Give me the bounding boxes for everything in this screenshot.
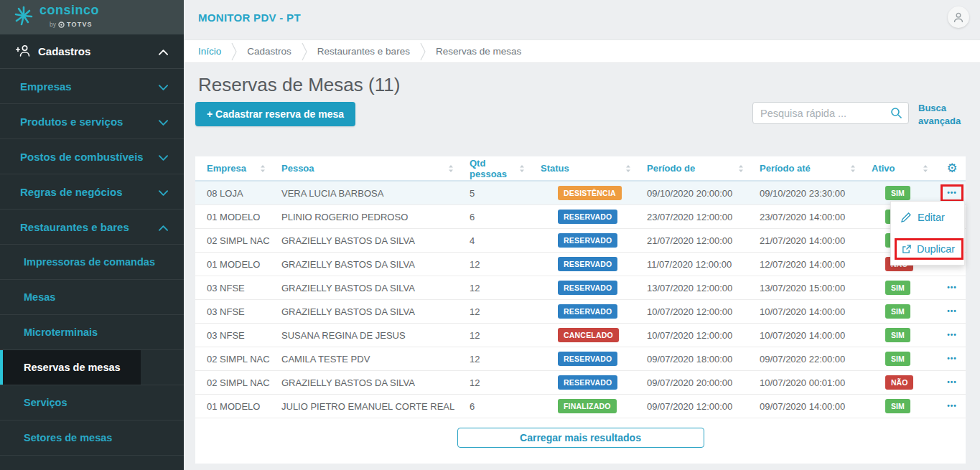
ativo-badge: SIM bbox=[885, 281, 910, 295]
chevron-down-icon bbox=[159, 116, 168, 128]
table-row[interactable]: 01 MODELOPLINIO ROGERIO PEDROSO6RESERVAD… bbox=[195, 205, 966, 229]
sidebar-submenu: Impressoras de comandasMesasMicrotermina… bbox=[0, 245, 184, 456]
cell-pessoa: PLINIO ROGERIO PEDROSO bbox=[276, 212, 464, 222]
sort-arrows-icon[interactable] bbox=[625, 164, 631, 173]
row-actions-ellipsis-icon[interactable]: ••• bbox=[947, 332, 957, 339]
sidebar-subitem-impressoras-de-comandas[interactable]: Impressoras de comandas bbox=[0, 245, 184, 280]
sort-arrows-icon[interactable] bbox=[738, 164, 744, 173]
table-row[interactable]: 08 LOJAVERA LUCIA BARBOSA5DESISTÊNCIA09/… bbox=[195, 182, 966, 205]
cell-periodo-ate: 10/07/2020 00:01:00 bbox=[754, 377, 866, 388]
sidebar-item-postos-de-combustiveis[interactable]: Postos de combustíveis bbox=[0, 139, 184, 174]
status-badge: FINALIZADO bbox=[558, 399, 617, 413]
search-input[interactable] bbox=[752, 102, 909, 124]
breadcrumb-item-restaurantes-e-bares[interactable]: Restaurantes e bares bbox=[317, 46, 410, 57]
sort-arrows-icon[interactable] bbox=[923, 164, 928, 173]
sidebar-subitem-microterminais[interactable]: Microterminais bbox=[0, 315, 184, 350]
sidebar-subitem-label: Microterminais bbox=[24, 326, 98, 338]
cell-periodo-de: 10/07/2020 12:00:00 bbox=[641, 306, 754, 317]
ativo-badge: SIM bbox=[885, 328, 910, 342]
chevron-down-icon bbox=[159, 186, 168, 198]
chevron-up-icon bbox=[159, 221, 168, 233]
cell-status: FINALIZADO bbox=[535, 399, 641, 413]
cell-pessoa: SUSANA REGINA DE JESUS bbox=[276, 330, 464, 341]
column-header-ativo[interactable]: Ativo bbox=[866, 163, 938, 174]
sort-arrows-icon[interactable] bbox=[519, 164, 525, 173]
user-menu-button[interactable] bbox=[948, 6, 969, 28]
sort-arrows-icon[interactable] bbox=[850, 164, 856, 173]
gear-icon[interactable]: ⚙ bbox=[938, 161, 966, 176]
sidebar-item-cadastros[interactable]: Cadastros bbox=[0, 34, 184, 69]
cell-empresa: 08 LOJA bbox=[195, 188, 276, 199]
cell-pessoa: JULIO PIETRO EMANUEL CORTE REAL bbox=[276, 401, 464, 412]
table-row[interactable]: 02 SIMPL NACCAMILA TESTE PDV12RESERVADO0… bbox=[195, 347, 966, 371]
cell-actions: ••• bbox=[938, 332, 966, 339]
page-content: Reservas de Mesas (11) + Cadastrar reser… bbox=[184, 63, 980, 464]
chevron-down-icon bbox=[159, 80, 168, 93]
cell-status: RESERVADO bbox=[535, 233, 641, 248]
column-header-periodo-ate[interactable]: Período até bbox=[754, 163, 866, 174]
column-header-empresa[interactable]: Empresa bbox=[195, 163, 276, 174]
cell-status: CANCELADO bbox=[535, 328, 641, 342]
cell-status: RESERVADO bbox=[535, 352, 641, 366]
load-more-button[interactable]: Carregar mais resultados bbox=[457, 428, 704, 448]
breadcrumb-item-cadastros[interactable]: Cadastros bbox=[247, 46, 291, 57]
table-row[interactable]: 01 MODELOGRAZIELLY BASTOS DA SILVA12RESE… bbox=[195, 253, 966, 276]
menu-item-duplicar[interactable]: Duplicar bbox=[891, 235, 964, 263]
cell-qtd-pessoas: 12 bbox=[464, 306, 535, 317]
cell-pessoa: GRAZIELLY BASTOS DA SILVA bbox=[276, 283, 464, 293]
add-reservation-button[interactable]: + Cadastrar reserva de mesa bbox=[195, 102, 355, 126]
sidebar-item-produtos-e-servicos[interactable]: Produtos e serviços bbox=[0, 104, 184, 139]
table-row[interactable]: 03 NFSEGRAZIELLY BASTOS DA SILVA12RESERV… bbox=[195, 276, 966, 300]
sidebar-subitem-servicos[interactable]: Serviços bbox=[0, 385, 184, 420]
ativo-badge: SIM bbox=[885, 186, 910, 200]
column-header-periodo-de[interactable]: Período de bbox=[641, 163, 754, 174]
search-icon[interactable] bbox=[890, 107, 902, 122]
status-badge: RESERVADO bbox=[558, 210, 617, 224]
column-header-pessoa[interactable]: Pessoa bbox=[276, 163, 464, 174]
table-row[interactable]: 02 SIMPL NACGRAZIELLY BASTOS DA SILVA4RE… bbox=[195, 229, 966, 253]
sidebar-subitem-reservas-de-mesas[interactable]: Reservas de mesas bbox=[0, 350, 184, 385]
cell-actions: ••• bbox=[938, 284, 966, 291]
user-icon bbox=[953, 12, 963, 23]
row-actions-ellipsis-icon[interactable]: ••• bbox=[947, 379, 957, 386]
status-badge: RESERVADO bbox=[558, 257, 617, 271]
breadcrumb-item-inicio[interactable]: Início bbox=[198, 46, 221, 57]
cell-empresa: 02 SIMPL NAC bbox=[195, 354, 276, 365]
sort-arrows-icon[interactable] bbox=[260, 164, 266, 173]
ativo-badge: SIM bbox=[885, 399, 910, 413]
status-badge: CANCELADO bbox=[558, 328, 619, 342]
table-row[interactable]: 03 NFSEGRAZIELLY BASTOS DA SILVA12RESERV… bbox=[195, 300, 966, 324]
table-row[interactable]: 01 MODELOJULIO PIETRO EMANUEL CORTE REAL… bbox=[195, 395, 966, 418]
cell-pessoa: GRAZIELLY BASTOS DA SILVA bbox=[276, 306, 464, 317]
sidebar-subitem-setores-de-mesas[interactable]: Setores de mesas bbox=[0, 420, 184, 456]
sidebar-item-label: Produtos e serviços bbox=[20, 116, 123, 128]
sidebar-item-regras-de-negocios[interactable]: Regras de negócios bbox=[0, 174, 184, 210]
cell-periodo-ate: 09/10/2020 23:30:00 bbox=[754, 188, 866, 199]
column-header-qtd-pessoas[interactable]: Qtd pessoas bbox=[464, 158, 535, 179]
topbar: MONITOR PDV - PT bbox=[184, 0, 980, 34]
row-actions-ellipsis-icon[interactable]: ••• bbox=[947, 308, 957, 315]
sidebar-subitem-label: Setores de mesas bbox=[24, 432, 112, 443]
cell-periodo-de: 21/07/2020 12:00:00 bbox=[641, 235, 754, 246]
sidebar-item-empresas[interactable]: Empresas bbox=[0, 69, 184, 104]
cell-empresa: 03 NFSE bbox=[195, 283, 276, 293]
sort-arrows-icon[interactable] bbox=[448, 164, 454, 173]
row-actions-ellipsis-icon[interactable]: ••• bbox=[947, 284, 957, 291]
cell-periodo-de: 11/07/2020 12:00:00 bbox=[641, 259, 754, 270]
search-box bbox=[752, 102, 909, 127]
row-actions-ellipsis-icon[interactable]: ••• bbox=[947, 355, 957, 362]
sidebar-subitem-mesas[interactable]: Mesas bbox=[0, 280, 184, 315]
sidebar-item-restaurantes-e-bares[interactable]: Restaurantes e bares bbox=[0, 210, 184, 245]
row-actions-ellipsis-icon[interactable]: ••• bbox=[947, 189, 957, 197]
column-header-status[interactable]: Status bbox=[535, 163, 641, 174]
table-row[interactable]: 03 NFSESUSANA REGINA DE JESUS12CANCELADO… bbox=[195, 324, 966, 347]
cell-periodo-de: 09/07/2020 20:00:00 bbox=[641, 377, 754, 388]
cell-periodo-ate: 12/07/2020 14:00:00 bbox=[754, 259, 866, 270]
totvs-circle-icon bbox=[58, 18, 65, 31]
cell-pessoa: GRAZIELLY BASTOS DA SILVA bbox=[276, 235, 464, 246]
row-actions-ellipsis-icon[interactable]: ••• bbox=[947, 403, 957, 410]
table-row[interactable]: 02 SIMPL NACGRAZIELLY BASTOS DA SILVA12R… bbox=[195, 371, 966, 395]
menu-item-editar[interactable]: Editar bbox=[891, 204, 964, 231]
breadcrumb-item-reservas-de-mesas[interactable]: Reservas de mesas bbox=[436, 46, 521, 57]
advanced-search-link[interactable]: Busca avançada bbox=[918, 102, 966, 127]
